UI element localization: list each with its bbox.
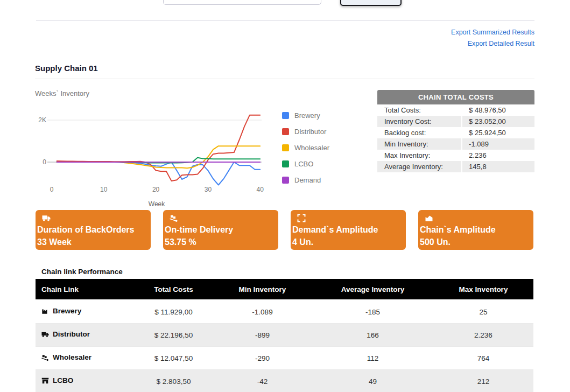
legend-item-brewery: Brewery — [282, 111, 329, 119]
totals-row: Inventory Cost:$ 23.052,00 — [377, 116, 534, 127]
top-divider — [36, 20, 534, 21]
kpi-card-on-time-delivery: On-time Delivery53.75 % — [163, 210, 278, 250]
min-inventory-cell: -42 — [213, 370, 312, 392]
chain-link-name: Distributor — [36, 324, 135, 347]
kpi-value: 33 Week — [37, 236, 151, 249]
legend-item-distributor: Distributor — [282, 128, 329, 135]
export-summarized-link[interactable]: Export Summarized Results — [451, 27, 534, 38]
game-session-select[interactable]: 2000 - License 2021_1 Freedom University — [163, 0, 321, 5]
totals-row: Average Inventory:145,8 — [377, 161, 534, 172]
kpi-card-duration-of-backorders: Duration of BackOrders33 Week — [36, 210, 151, 250]
chain-link-name: Brewery — [36, 300, 135, 324]
kpi-value: 53.75 % — [165, 236, 278, 249]
series-distributor — [57, 115, 261, 181]
kpi-title: Demand`s Amplitude — [292, 223, 406, 236]
totals-row: Max Inventory:2.236 — [377, 150, 534, 161]
total-costs-cell: $ 22.196,50 — [135, 324, 213, 347]
svg-text:Week: Week — [149, 200, 165, 208]
kpi-title: On-time Delivery — [165, 223, 278, 236]
results-page: 2000 - License 2021_1 Freedom University… — [0, 0, 570, 392]
svg-text:10: 10 — [100, 186, 108, 193]
industry-icon — [41, 307, 49, 315]
kpi-card-demand-s-amplitude: Demand`s Amplitude4 Un. — [291, 210, 406, 250]
kpi-card-chain-s-amplitude: Chain`s Amplitude500 Un. — [418, 210, 533, 250]
chart-title: Weeks` Inventory — [35, 89, 89, 97]
totals-label: Max Inventory: — [377, 150, 462, 161]
perf-row-lcbo: LCBO$ 2.803,50-4249212 — [36, 370, 533, 392]
totals-label: Average Inventory: — [377, 161, 462, 172]
min-inventory-cell: -290 — [213, 347, 312, 370]
chain-link-name: Wholesaler — [36, 347, 135, 370]
total-costs-cell: $ 2.803,50 — [135, 370, 213, 392]
totals-value: $ 25.924,50 — [462, 127, 534, 138]
average-inventory-cell: 166 — [312, 324, 433, 347]
dolly-icon — [170, 214, 178, 222]
legend-item-demand: Demand — [282, 176, 329, 184]
legend-label: Distributor — [294, 128, 326, 136]
area-chart-icon — [425, 214, 433, 222]
max-inventory-cell: 764 — [433, 347, 533, 370]
legend-swatch — [282, 144, 289, 151]
truck-icon — [42, 214, 51, 222]
perf-row-distributor: Distributor$ 22.196,50-8991662.236 — [36, 324, 533, 347]
performance-table: Chain LinkTotal CostsMin InventoryAverag… — [36, 279, 533, 392]
submit-button[interactable] — [340, 0, 402, 6]
kpi-cards: Duration of BackOrders33 WeekOn-time Del… — [36, 210, 533, 250]
average-inventory-cell: 112 — [312, 347, 433, 370]
max-inventory-cell: 212 — [433, 370, 533, 392]
performance-header-row: Chain LinkTotal CostsMin InventoryAverag… — [36, 279, 533, 300]
export-links: Export Summarized Results Export Detaile… — [451, 27, 534, 50]
totals-label: Backlog cost: — [377, 127, 462, 138]
series-wholesaler — [57, 146, 261, 168]
legend-item-wholesaler: Wholesaler — [282, 144, 329, 151]
chain-link-name: LCBO — [36, 370, 135, 392]
totals-value: -1.089 — [462, 138, 534, 150]
legend-swatch — [282, 112, 289, 119]
legend-item-lcbo: LCBO — [282, 160, 329, 167]
page-title: Supply Chain 01 — [35, 64, 98, 73]
legend-label: Brewery — [294, 111, 320, 120]
svg-text:2K: 2K — [38, 116, 46, 124]
svg-text:30: 30 — [205, 186, 212, 193]
chart-legend: BreweryDistributorWholesalerLCBODemand — [282, 111, 329, 192]
svg-text:40: 40 — [257, 186, 264, 193]
totals-value: $ 48.976,50 — [462, 104, 534, 116]
totals-row: Min Inventory:-1.089 — [377, 138, 534, 150]
legend-label: Demand — [294, 176, 321, 184]
store-icon — [41, 377, 49, 384]
totals-value: $ 23.052,00 — [462, 116, 534, 127]
svg-text:20: 20 — [152, 186, 160, 193]
perf-row-brewery: Brewery$ 11.929,00-1.089-18525 — [36, 300, 533, 324]
perf-col-chain-link: Chain Link — [36, 279, 135, 300]
kpi-value: 4 Un. — [292, 236, 406, 249]
inventory-line-chart: 2K0010203040Week — [31, 106, 266, 209]
series-brewery — [57, 162, 261, 185]
chain-total-costs-panel: CHAIN TOTAL COSTS Total Costs:$ 48.976,5… — [377, 90, 534, 172]
export-detailed-link[interactable]: Export Detailed Result — [451, 38, 534, 50]
average-inventory-cell: -185 — [312, 300, 433, 324]
section-divider — [35, 79, 534, 79]
totals-label: Inventory Cost: — [377, 116, 462, 127]
dolly-icon — [41, 354, 49, 361]
chain-link-performance: Chain LinkTotal CostsMin InventoryAverag… — [36, 279, 533, 392]
max-inventory-cell: 25 — [433, 300, 533, 324]
totals-table: Total Costs:$ 48.976,50Inventory Cost:$ … — [377, 104, 534, 172]
kpi-title: Duration of BackOrders — [37, 223, 151, 236]
expand-icon — [297, 214, 306, 222]
totals-label: Total Costs: — [377, 104, 462, 116]
svg-text:0: 0 — [43, 158, 46, 166]
perf-col-average-inventory: Average Inventory — [312, 279, 433, 300]
legend-label: LCBO — [294, 160, 313, 168]
totals-row: Backlog cost:$ 25.924,50 — [377, 127, 534, 138]
totals-value: 145,8 — [462, 161, 534, 172]
kpi-value: 500 Un. — [420, 236, 533, 249]
min-inventory-cell: -899 — [213, 324, 312, 347]
max-inventory-cell: 2.236 — [433, 324, 533, 347]
truck-icon — [41, 331, 49, 338]
perf-row-wholesaler: Wholesaler$ 12.047,50-290112764 — [36, 347, 533, 370]
total-costs-cell: $ 12.047,50 — [135, 347, 213, 370]
total-costs-cell: $ 11.929,00 — [135, 300, 213, 324]
legend-label: Wholesaler — [294, 144, 329, 152]
legend-swatch — [282, 177, 289, 184]
perf-col-max-inventory: Max Inventory — [433, 279, 533, 300]
